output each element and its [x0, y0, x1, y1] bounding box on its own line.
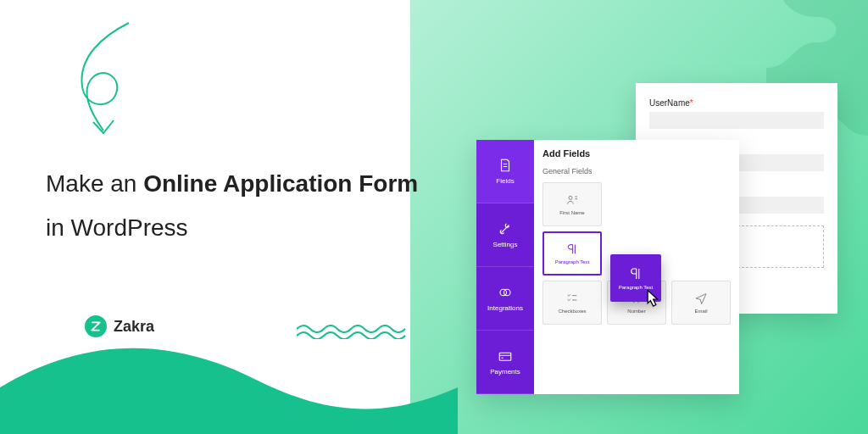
- svg-point-3: [569, 196, 572, 199]
- svg-rect-2: [499, 353, 511, 360]
- overlap-icon: [498, 285, 513, 300]
- sidebar-item-payments[interactable]: Payments: [476, 331, 534, 394]
- sidebar-item-fields[interactable]: Fields: [476, 140, 534, 203]
- user-icon: [565, 193, 579, 207]
- brand-name: Zakra: [114, 318, 154, 336]
- form-icon: [498, 158, 513, 173]
- card-icon: [498, 348, 513, 364]
- sidebar-item-label: Settings: [493, 241, 518, 248]
- field-tile-paragraph-text[interactable]: Paragraph Text: [542, 231, 602, 275]
- username-input[interactable]: [649, 112, 824, 129]
- cursor-icon: [641, 288, 663, 310]
- field-grid: First NameParagraph TextCheckboxesNumber…: [542, 182, 731, 325]
- svg-point-1: [504, 289, 511, 296]
- paragraph-icon: [565, 242, 579, 256]
- headline-line2: in WordPress: [46, 210, 418, 246]
- page-title: Make an Online Application Form in WordP…: [46, 166, 418, 246]
- brand-badge: [85, 315, 107, 337]
- headline-part1: Make an: [46, 170, 143, 197]
- sidebar-item-label: Payments: [490, 368, 520, 376]
- panel-title: Add Fields: [542, 148, 731, 159]
- tools-icon: [498, 221, 513, 236]
- form-field-label: UserName*: [649, 98, 824, 108]
- arrow-doodle: [53, 19, 154, 146]
- headline-strong: Online Application Form: [143, 170, 418, 197]
- sidebar-item-integrations[interactable]: Integrations: [476, 267, 534, 331]
- form-field-username: UserName*: [649, 98, 824, 129]
- field-tile-checkboxes[interactable]: Checkboxes: [542, 281, 602, 325]
- field-tile-first-name[interactable]: First Name: [542, 182, 602, 226]
- sidebar-item-label: Fields: [496, 177, 514, 185]
- builder-sidebar: FieldsSettingsIntegrationsPayments: [476, 140, 534, 394]
- paragraph-icon: [628, 266, 643, 281]
- send-icon: [694, 292, 708, 305]
- field-tile-email[interactable]: Email: [671, 281, 731, 325]
- checklist-icon: [565, 292, 579, 305]
- panel-section: General Fields: [542, 167, 731, 175]
- sidebar-item-settings[interactable]: Settings: [476, 203, 534, 267]
- form-builder: FieldsSettingsIntegrationsPayments Add F…: [476, 140, 739, 394]
- sidebar-item-label: Integrations: [487, 304, 523, 312]
- brand-logo: Zakra: [85, 315, 154, 337]
- wave-decoration: [0, 337, 458, 434]
